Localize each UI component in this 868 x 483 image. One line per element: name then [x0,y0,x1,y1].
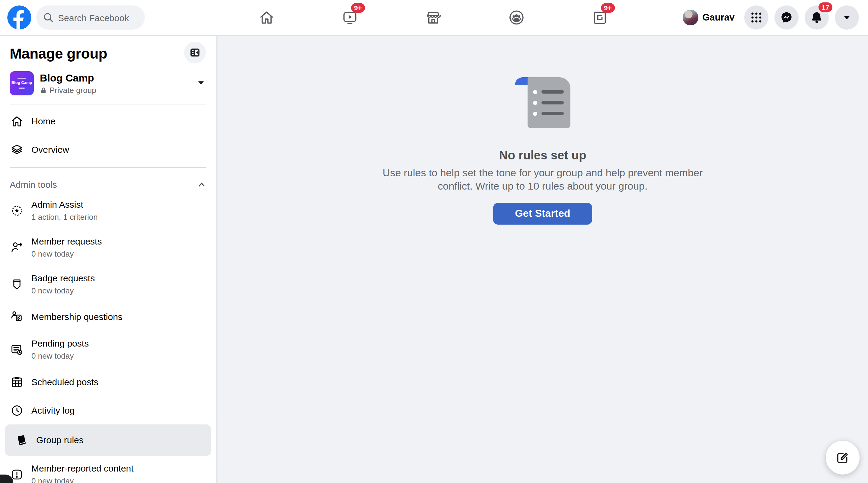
group-thumbnail: Blog Camp [10,71,34,95]
facebook-logo-icon [7,5,31,30]
facebook-logo[interactable] [7,5,31,30]
group-caret-down-icon[interactable] [197,79,205,87]
sidebar-item-label: Activity log [31,404,74,416]
notifications-badge: 17 [819,2,832,12]
sidebar-item-badge-requests[interactable]: Badge requests 0 new today [0,266,216,302]
sidebar-item-overview[interactable]: Overview [0,135,216,163]
sidebar-item-sub: 0 new today [31,351,89,361]
activity-log-icon [10,403,24,418]
compose-pencil-icon [835,450,850,465]
rules-list-illustration [515,77,570,129]
sidebar-header: Manage group [0,36,216,62]
tab-groups[interactable] [483,0,550,35]
scheduled-posts-icon [10,374,24,389]
collapse-sidebar-button[interactable] [184,42,206,63]
group-privacy-label: Private group [50,86,96,95]
manage-group-sidebar: Manage group Blog Camp Blog [0,36,217,483]
sidebar-item-scheduled-posts[interactable]: Scheduled posts [0,368,216,396]
sidebar-item-label: Scheduled posts [31,376,98,388]
collapse-sidebar-icon [189,47,201,59]
sidebar-item-admin-assist[interactable]: Admin Assist 1 action, 1 criterion [0,192,216,229]
profile-button[interactable]: Gaurav [681,8,738,27]
divider [10,104,207,104]
sidebar-item-activity-log[interactable]: Activity log [0,396,216,424]
gaming-badge: 9+ [601,3,615,13]
tab-home[interactable] [233,0,300,35]
watch-badge: 9+ [351,3,365,13]
topbar-left: Search Facebook [7,0,145,35]
sidebar-item-label: Badge requests [31,272,95,284]
group-thumbnail-label: Blog Camp [11,80,32,85]
group-name: Blog Camp [40,72,96,85]
sidebar-item-membership-questions[interactable]: Membership questions [0,302,216,331]
divider [10,167,207,168]
sidebar-item-label: Overview [31,143,69,155]
sidebar-item-label: Pending posts [31,337,89,350]
home-nav-icon [258,9,275,26]
bell-icon [810,11,823,24]
messenger-icon [780,11,793,24]
badge-requests-icon [10,277,24,291]
chevron-up-icon [197,180,207,189]
illustration-document [528,77,570,128]
group-selector[interactable]: Blog Camp Blog Camp Private group [0,71,216,95]
page-title: Manage group [10,45,207,62]
messenger-button[interactable] [774,5,799,30]
search-input[interactable]: Search Facebook [36,5,145,30]
main-content: No rules set up Use rules to help set th… [217,36,868,483]
caret-down-icon [842,13,852,22]
member-requests-icon [10,240,24,254]
sidebar-item-member-requests[interactable]: Member requests 0 new today [0,229,216,266]
group-rules-icon [14,433,29,447]
admin-assist-icon [10,203,24,218]
sidebar-item-group-rules[interactable]: Group rules [5,424,211,456]
marketplace-nav-icon [425,9,441,26]
sidebar-item-label: Home [31,115,56,127]
groups-nav-icon [508,9,525,26]
tab-watch[interactable]: 9+ [316,0,383,35]
overview-layers-icon [10,142,24,157]
sidebar-item-label: Member requests [31,236,102,247]
get-started-button[interactable]: Get Started [493,203,592,224]
avatar [682,10,698,25]
facebook-window: Search Facebook 9+ [0,0,868,483]
sidebar-item-label: Member-reported content [31,462,134,475]
apps-menu-button[interactable] [744,5,768,30]
sidebar-item-label: Admin Assist [31,199,98,211]
sidebar-item-pending-posts[interactable]: Pending posts 0 new today [0,331,216,368]
admin-tools-label: Admin tools [10,179,57,189]
sidebar-item-sub: 1 action, 1 criterion [31,212,98,222]
sidebar-item-home[interactable]: Home [0,107,216,135]
lock-icon [40,87,47,94]
sidebar-nav: Home Overview [0,107,216,163]
empty-state-description: Use rules to help set the tone for your … [217,167,868,192]
profile-name: Gaurav [702,12,735,23]
tab-gaming[interactable]: 9+ [566,0,633,35]
sidebar-item-sub: 0 new today [31,476,134,483]
tab-marketplace[interactable] [399,0,467,35]
admin-tools-section-header[interactable]: Admin tools [0,173,216,192]
sidebar-item-member-reported-content[interactable]: Member-reported content 0 new today [0,456,216,483]
main-nav-tabs: 9+ [233,0,633,35]
rules-empty-state: No rules set up Use rules to help set th… [217,36,868,224]
topbar-right: Gaurav 17 [681,0,859,35]
sidebar-item-label: Membership questions [31,311,123,323]
account-menu-button[interactable] [835,5,859,30]
empty-desc-line1: Use rules to help set the tone for your … [383,167,703,179]
empty-desc-line2: conflict. Write up to 10 rules about you… [438,180,648,192]
home-icon [10,114,24,128]
apps-grid-icon [750,11,763,24]
top-nav-bar: Search Facebook 9+ [0,0,868,36]
sidebar-item-sub: 0 new today [31,285,95,296]
sidebar-item-sub: 0 new today [31,249,102,259]
membership-questions-icon [10,309,24,324]
notifications-button[interactable]: 17 [805,5,829,30]
empty-state-title: No rules set up [217,148,868,162]
search-placeholder: Search Facebook [58,12,129,23]
search-icon [43,13,53,22]
compose-button[interactable] [826,441,860,475]
sidebar-item-label: Group rules [36,434,84,446]
pending-posts-icon [10,342,24,357]
group-meta: Blog Camp Private group [40,72,96,95]
